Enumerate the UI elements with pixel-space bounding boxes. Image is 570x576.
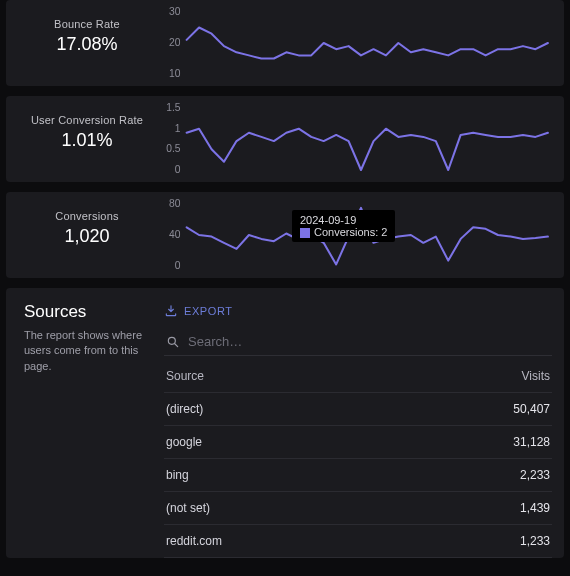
svg-text:80: 80: [169, 198, 181, 209]
table-row[interactable]: (not set)1,439: [164, 492, 552, 525]
metric-value: 1.01%: [12, 130, 162, 151]
sources-table: Source Visits (direct)50,407google31,128…: [164, 360, 552, 558]
metric-value: 1,020: [12, 226, 162, 247]
svg-text:30: 30: [169, 6, 181, 17]
svg-text:40: 40: [169, 229, 181, 240]
download-icon: [164, 304, 178, 318]
cell-visits: 2,233: [520, 468, 550, 482]
metric-value: 17.08%: [12, 34, 162, 55]
metric-panel-bounce: Bounce Rate 17.08% 102030: [6, 0, 564, 86]
svg-text:10: 10: [169, 68, 181, 79]
svg-text:1.5: 1.5: [166, 102, 181, 113]
col-source: Source: [166, 369, 204, 383]
metric-label: Bounce Rate: [12, 18, 162, 30]
export-label: EXPORT: [184, 305, 233, 317]
svg-text:0: 0: [175, 164, 181, 175]
cell-source: (direct): [166, 402, 203, 416]
table-row[interactable]: bing2,233: [164, 459, 552, 492]
sources-description: The report shows where users come from t…: [24, 328, 152, 374]
cell-source: google: [166, 435, 202, 449]
table-row[interactable]: (direct)50,407: [164, 393, 552, 426]
cell-source: bing: [166, 468, 189, 482]
metric-chart-conversions[interactable]: 04080 2024-09-19 Conversions: 2: [162, 200, 552, 270]
cell-visits: 1,439: [520, 501, 550, 515]
table-header: Source Visits: [164, 360, 552, 393]
metric-chart-bounce[interactable]: 102030: [162, 8, 552, 78]
cell-source: reddit.com: [166, 534, 222, 548]
sources-section: Sources The report shows where users com…: [6, 288, 564, 558]
cell-visits: 1,233: [520, 534, 550, 548]
sources-title: Sources: [24, 302, 152, 322]
svg-text:20: 20: [169, 37, 181, 48]
svg-line-11: [175, 343, 178, 346]
search-icon: [166, 335, 180, 349]
search-input[interactable]: [188, 334, 550, 349]
metric-panel-ucr: User Conversion Rate 1.01% 00.511.5: [6, 96, 564, 182]
svg-text:0: 0: [175, 260, 181, 271]
metric-label: Conversions: [12, 210, 162, 222]
svg-point-10: [168, 337, 175, 344]
table-row[interactable]: google31,128: [164, 426, 552, 459]
metric-chart-ucr[interactable]: 00.511.5: [162, 104, 552, 174]
svg-text:0.5: 0.5: [166, 143, 181, 154]
svg-text:1: 1: [175, 123, 181, 134]
export-button[interactable]: EXPORT: [164, 302, 233, 320]
cell-visits: 50,407: [513, 402, 550, 416]
metric-label: User Conversion Rate: [12, 114, 162, 126]
metric-panel-conversions: Conversions 1,020 04080 2024-09-19 Conve…: [6, 192, 564, 278]
cell-visits: 31,128: [513, 435, 550, 449]
cell-source: (not set): [166, 501, 210, 515]
table-row[interactable]: reddit.com1,233: [164, 525, 552, 558]
col-visits: Visits: [522, 369, 550, 383]
